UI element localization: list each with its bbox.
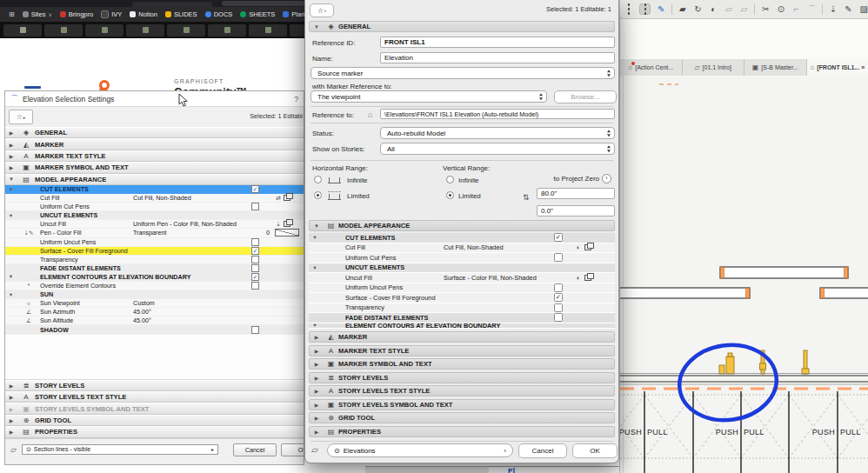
- tab-thumbnail[interactable]: [3, 24, 42, 37]
- section-model-appearance[interactable]: ▼ ▤ MODEL APPEARANCE: [5, 174, 304, 185]
- favorites-button[interactable]: ☆ ›: [310, 3, 334, 17]
- reference-id-field[interactable]: FRONT ISL1: [380, 37, 615, 48]
- dialog-titlebar[interactable]: ⌒ Elevation Selection Settings ?: [5, 91, 304, 107]
- section-grid-tool[interactable]: ▶ ⊕ GRID TOOL: [309, 412, 615, 423]
- bookmark-bringpro[interactable]: Bringpro: [60, 10, 93, 18]
- apps-grid-icon[interactable]: ⊞: [9, 10, 15, 18]
- row-uniform-cut-pens[interactable]: Uniform Cut Pens: [5, 203, 304, 211]
- zoom-icon[interactable]: ⊙: [776, 4, 786, 14]
- checkbox-checked[interactable]: ✓: [554, 233, 563, 242]
- bookmark-sites[interactable]: Sites ∨: [23, 10, 52, 18]
- viewpoint-popup[interactable]: The viewpoint: [310, 90, 547, 103]
- row-fade-distant-elements[interactable]: FADE DISTANT ELEMENTS: [309, 313, 615, 323]
- checkbox-checked[interactable]: ✓: [251, 247, 259, 255]
- section-marker[interactable]: ▶ ◭ MARKER: [5, 138, 304, 150]
- bookmark-plan[interactable]: Plan: [283, 10, 304, 18]
- fill-transfer-icon[interactable]: ⇄: [276, 195, 281, 202]
- fillet-icon[interactable]: ⌒: [806, 3, 817, 16]
- row-element-contours[interactable]: ▼ ELEMENT CONTOURS AT ELEVATION BOUNDARY…: [5, 273, 304, 282]
- section-story-levels-symbol-text[interactable]: ▶ ▣ STORY LEVELS SYMBOL AND TEXT: [309, 399, 615, 410]
- section-marker-symbol-text[interactable]: ▶ ▣ MARKER SYMBOL AND TEXT: [5, 162, 304, 173]
- checkbox-unchecked[interactable]: [251, 238, 259, 246]
- syringe-icon[interactable]: ✎: [844, 4, 854, 14]
- row-surface-cover-fill-foreground[interactable]: Surface - Cover Fill Foreground ✓: [5, 247, 304, 256]
- fill-transfer-icon[interactable]: ◐: [577, 274, 581, 282]
- section-general[interactable]: ▶ ◈ GENERAL: [5, 127, 304, 138]
- bookmark-docs[interactable]: DOCS: [205, 10, 233, 18]
- checkbox-unchecked[interactable]: [251, 256, 259, 263]
- checkbox-unchecked[interactable]: [554, 283, 563, 292]
- hatch-icon[interactable]: ▨: [858, 4, 868, 14]
- status-popup[interactable]: Auto-rebuild Model: [380, 127, 615, 139]
- checkbox-unchecked[interactable]: [251, 282, 259, 290]
- copy-icon[interactable]: [284, 195, 290, 201]
- name-field[interactable]: Elevation: [380, 52, 615, 63]
- checkbox-unchecked[interactable]: [251, 326, 259, 334]
- row-sun-altitude[interactable]: ∠ Sun Altitude 45.00°: [5, 316, 304, 325]
- fill-transfer-icon[interactable]: ◐: [577, 243, 581, 251]
- row-uncut-fill[interactable]: Uncut Fill Uniform Pen - Color Fill, Non…: [5, 220, 304, 229]
- brush-icon[interactable]: ⇣: [828, 4, 838, 14]
- marquee-icon[interactable]: [624, 4, 634, 14]
- tab-master[interactable]: ▣ [S-B Master...: [744, 59, 807, 76]
- row-pen-color-fill[interactable]: ⇣✎ Pen - Color Fill Transparent 0: [5, 229, 304, 237]
- row-cut-fill[interactable]: Cut Fill Cut Fill, Non-Shaded ⇄: [5, 194, 304, 203]
- h-limited-radio[interactable]: [314, 191, 322, 199]
- cancel-button[interactable]: Cancel: [233, 443, 277, 456]
- pan-icon[interactable]: ◐: [708, 4, 718, 14]
- corner-icon[interactable]: ⌐: [791, 4, 802, 14]
- ok-button[interactable]: OK: [281, 443, 304, 456]
- row-transparency[interactable]: Transparency: [5, 256, 304, 264]
- h-infinite-radio[interactable]: [314, 176, 322, 183]
- source-marker-popup[interactable]: Source marker: [310, 67, 615, 79]
- tab-action-center[interactable]: ⌂ [Action Cent...: [620, 59, 683, 76]
- checkbox-unchecked[interactable]: [251, 203, 259, 210]
- tab-thumbnail[interactable]: [44, 24, 83, 37]
- trace-icon[interactable]: ▰: [678, 4, 688, 14]
- range-top-field[interactable]: 80.0": [537, 188, 615, 199]
- row-fade-distant-elements[interactable]: FADE DISTANT ELEMENTS: [5, 264, 304, 273]
- to-project-zero-control[interactable]: to Project Zero ›: [554, 174, 611, 183]
- section-story-levels-text-style[interactable]: ▶ A STORY LEVELS TEXT STYLE: [309, 385, 615, 396]
- undo-icon[interactable]: ▱: [724, 4, 734, 14]
- tab-front-isl1[interactable]: ⌂ [FRONT ISL1... »: [807, 59, 868, 76]
- range-bottom-field[interactable]: 0.0": [537, 205, 615, 217]
- pen-icon[interactable]: ⇣: [276, 221, 281, 228]
- section-story-levels[interactable]: ▶ ≣ STORY LEVELS: [5, 380, 304, 391]
- tab-thumbnail[interactable]: [249, 24, 287, 37]
- row-uncut-elements[interactable]: ▼ UNCUT ELEMENTS: [309, 263, 615, 274]
- section-story-levels-text-style[interactable]: ▶ A STORY LEVELS TEXT STYLE: [5, 391, 304, 403]
- checkbox-checked[interactable]: ✓: [554, 293, 563, 302]
- checkbox-unchecked[interactable]: [554, 303, 563, 312]
- section-general[interactable]: ▼ ◈ GENERAL: [309, 21, 615, 32]
- ok-button[interactable]: OK: [572, 443, 618, 458]
- archicad-canvas-upper[interactable]: [620, 19, 868, 59]
- bookmark-slides[interactable]: SLIDES: [165, 10, 197, 18]
- tab-intro[interactable]: ▱ [01.1 Intro]: [683, 59, 745, 76]
- row-sun-azimuth[interactable]: ∠ Sun Azimuth 45.00°: [5, 308, 304, 316]
- tab-thumbnail[interactable]: [85, 24, 124, 37]
- checkbox-checked[interactable]: ✓: [251, 185, 259, 193]
- checkbox-unchecked[interactable]: [251, 264, 259, 272]
- row-element-contours-partial[interactable]: ▼ ELEMENT CONTOURS AT ELEVATION BOUNDARY: [309, 323, 615, 329]
- row-transparency[interactable]: Transparency: [309, 303, 615, 314]
- tab-thumbnail[interactable]: [167, 24, 205, 37]
- layer-combo[interactable]: ⊙ Section lines - visible ▸: [22, 444, 218, 455]
- browse-button[interactable]: Browse...: [554, 90, 617, 103]
- row-uniform-uncut-pens[interactable]: Uniform Uncut Pens: [309, 283, 615, 294]
- address-bar[interactable]: [222, 1, 309, 6]
- checkbox-checked[interactable]: ✓: [251, 273, 259, 281]
- row-sun[interactable]: ▼ SUN: [5, 290, 304, 299]
- scissors-icon[interactable]: ✂: [760, 4, 771, 14]
- stories-popup[interactable]: All: [380, 143, 615, 155]
- row-cut-elements[interactable]: ▼ CUT ELEMENTS ✓: [309, 233, 615, 243]
- layer-combo[interactable]: ⊙ Elevations ›: [327, 443, 513, 457]
- copy-icon[interactable]: [284, 221, 290, 227]
- cancel-button[interactable]: Cancel: [518, 443, 567, 458]
- tab-thumbnail[interactable]: [126, 24, 164, 37]
- help-icon[interactable]: ?: [294, 95, 298, 103]
- row-sun-viewpoint[interactable]: ☼ Sun Viewpoint Custom: [5, 299, 304, 308]
- row-cut-elements[interactable]: ▼ CUT ELEMENTS ✓: [5, 185, 304, 194]
- copy-icon[interactable]: [584, 275, 591, 281]
- row-uncut-fill[interactable]: Uncut Fill Surface - Color Fill, Non-Sha…: [309, 273, 615, 283]
